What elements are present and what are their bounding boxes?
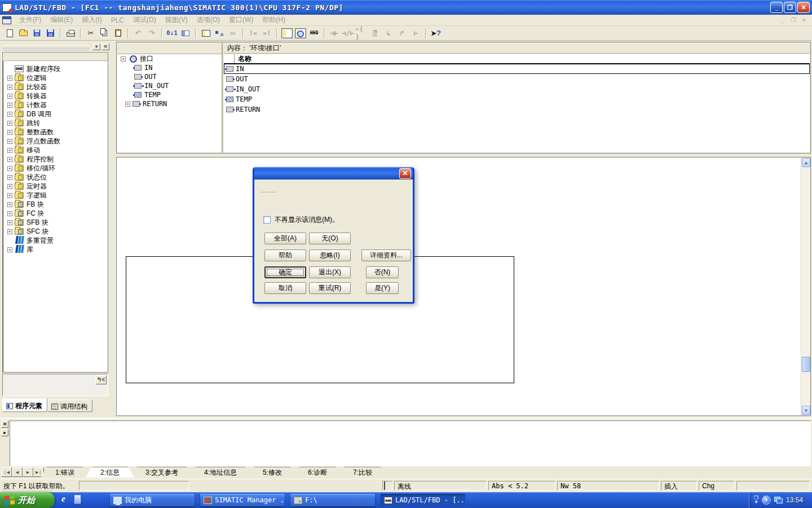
tab-call-structure[interactable]: 调用结构 xyxy=(47,400,92,412)
tab-next-icon[interactable]: ▶ xyxy=(23,467,33,477)
expand-icon[interactable] xyxy=(7,103,12,108)
interface-item-temp[interactable]: TEMP xyxy=(117,90,222,99)
scroll-up-icon[interactable]: ▲ xyxy=(802,158,810,167)
tree-item-word-logic[interactable]: 字逻辑 xyxy=(7,191,108,200)
message-close-icon[interactable]: ✕ xyxy=(1,421,8,428)
exit-button[interactable]: 退出(X) xyxy=(309,266,351,278)
collapse-chevron-icon[interactable]: ‹ xyxy=(762,496,771,505)
tree-item-integer-fn[interactable]: 整数函数 xyxy=(7,128,108,137)
tab-comparison[interactable]: 7:比较 xyxy=(338,467,387,478)
help-button[interactable]: 帮助 xyxy=(264,249,306,261)
tree-item-new-network[interactable]: 新建程序段 xyxy=(7,64,108,73)
tree-item-float-fn[interactable]: 浮点数函数 xyxy=(7,137,108,146)
menu-window[interactable]: 窗口(W) xyxy=(224,14,258,26)
restore-button[interactable]: ❐ xyxy=(784,2,796,13)
expand-icon[interactable] xyxy=(7,166,12,171)
dialog-close-icon[interactable]: ✕ xyxy=(399,168,411,179)
connector-icon[interactable]: ⊢ xyxy=(409,28,422,39)
collapse-icon[interactable] xyxy=(121,56,126,62)
table-row-return[interactable]: RETURN xyxy=(224,104,810,115)
network-editor[interactable]: ▲ ▼ xyxy=(116,157,811,416)
expand-icon[interactable] xyxy=(7,247,12,252)
tree-item-converter[interactable]: 转换器 xyxy=(7,91,108,100)
goto-next-error-icon[interactable]: »! xyxy=(261,28,273,39)
tab-first-icon[interactable]: ❘◀ xyxy=(1,467,12,477)
expand-icon[interactable] xyxy=(7,85,12,90)
view-zoom-icon[interactable] xyxy=(294,28,307,39)
expand-icon[interactable] xyxy=(7,94,12,99)
tree-item-timer[interactable]: 定时器 xyxy=(7,182,108,191)
tree-item-program-control[interactable]: 程序控制 xyxy=(7,155,108,164)
empty-box-icon[interactable]: ⍰ xyxy=(369,28,381,39)
scroll-down-icon[interactable]: ▼ xyxy=(802,406,810,415)
interface-item-return[interactable]: RETURN xyxy=(117,99,222,108)
mdi-close-icon[interactable]: ✕ xyxy=(800,17,809,23)
collapse-arrow-icon[interactable]: ↰< xyxy=(95,375,107,384)
internet-explorer-icon[interactable]: e xyxy=(59,494,68,504)
menu-debug[interactable]: 调试(D) xyxy=(129,14,161,26)
menu-edit[interactable]: 编辑(E) xyxy=(46,14,77,26)
scrollbar-thumb[interactable] xyxy=(802,357,810,372)
task-my-computer[interactable]: 我的电脑 xyxy=(110,494,195,506)
ok-button[interactable]: 确定 xyxy=(264,266,306,278)
expand-icon[interactable] xyxy=(7,121,12,126)
tab-address-info[interactable]: 4:地址信息 xyxy=(189,467,251,478)
menu-plc[interactable]: PLC xyxy=(107,15,129,25)
tree-item-jump[interactable]: 跳转 xyxy=(7,119,108,128)
goto-prev-error-icon[interactable]: !« xyxy=(247,28,259,39)
task-lad-stl-fbd[interactable]: LAD/STL/FBD - [... xyxy=(381,494,465,506)
save-download-icon[interactable] xyxy=(30,28,43,39)
interface-item-inout[interactable]: IN_OUT xyxy=(117,81,222,90)
expand-icon[interactable] xyxy=(125,102,130,107)
task-simatic-manager[interactable]: SIMATIC Manager ... xyxy=(200,494,285,506)
help-pointer-icon[interactable]: ➤? xyxy=(430,28,442,39)
interface-item-out[interactable]: OUT xyxy=(117,72,222,81)
close-button[interactable]: ✕ xyxy=(797,2,810,13)
view-overview-icon[interactable] xyxy=(281,28,293,39)
ignore-button[interactable]: 忽略(I) xyxy=(309,249,351,261)
retry-button[interactable]: 重试(R) xyxy=(309,282,351,294)
vertical-scrollbar[interactable]: ▲ ▼ xyxy=(801,157,810,415)
message-expand-icon[interactable]: ▸ xyxy=(1,429,8,436)
menu-file[interactable]: 文件(F) xyxy=(15,14,46,26)
table-row-out[interactable]: OUT xyxy=(224,74,810,84)
expand-icon[interactable] xyxy=(7,112,12,117)
minimize-button[interactable]: _ xyxy=(770,2,783,13)
expand-icon[interactable] xyxy=(7,193,12,198)
contact-no-icon[interactable]: ⊣⊢ xyxy=(328,28,341,39)
cut-icon[interactable]: ✂ xyxy=(85,28,97,39)
tree-item-library[interactable]: 库 xyxy=(7,245,108,254)
contact-nc-icon[interactable]: ⊣/⊢ xyxy=(342,28,354,39)
monitor-blocks-icon[interactable] xyxy=(179,28,192,39)
table-row-inout[interactable]: IN_OUT xyxy=(224,84,810,94)
menu-insert[interactable]: 插入(I) xyxy=(77,14,106,26)
menu-options[interactable]: 选项(O) xyxy=(192,14,224,26)
monitor-onoff-icon[interactable]: ∞ xyxy=(227,28,239,39)
expand-icon[interactable] xyxy=(7,157,12,162)
expand-icon[interactable] xyxy=(7,175,12,180)
table-row-temp[interactable]: TEMP xyxy=(224,94,810,104)
details-button[interactable]: 详细资料... xyxy=(361,249,411,261)
download-plc-icon[interactable]: 0⇓1 xyxy=(166,28,178,39)
table-row-in[interactable]: IN xyxy=(224,64,810,74)
tab-info[interactable]: 2:信息 xyxy=(86,467,134,478)
tree-item-counter[interactable]: 计数器 xyxy=(7,100,108,110)
menu-view[interactable]: 视图(V) xyxy=(161,14,192,26)
quick-launch-app-icon[interactable] xyxy=(73,494,82,504)
mdi-minimize-icon[interactable]: _ xyxy=(778,17,787,23)
network-status-icon[interactable] xyxy=(774,497,783,503)
open-folder-icon[interactable] xyxy=(17,28,29,39)
restore-display-icon[interactable]: ❐▾ xyxy=(754,496,758,504)
mdi-document-icon[interactable] xyxy=(2,16,11,24)
all-button[interactable]: 全部(A) xyxy=(264,233,306,244)
expand-icon[interactable] xyxy=(7,220,12,225)
expand-icon[interactable] xyxy=(7,229,12,234)
menu-help[interactable]: 帮助(H) xyxy=(258,14,290,26)
panel-close-icon[interactable]: ✕ xyxy=(102,43,109,50)
expand-icon[interactable] xyxy=(7,202,12,207)
start-button[interactable]: 开始 xyxy=(0,492,55,508)
new-document-icon[interactable] xyxy=(3,28,16,39)
expand-icon[interactable] xyxy=(7,130,12,135)
dont-show-again-checkbox[interactable] xyxy=(263,216,271,224)
tree-item-fc-blocks[interactable]: FC 块 xyxy=(7,209,108,218)
